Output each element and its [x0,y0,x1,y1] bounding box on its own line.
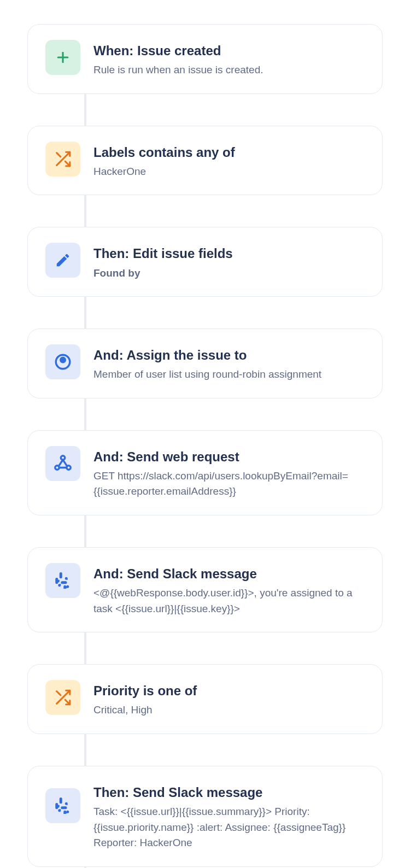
rule-step-action[interactable]: Then: Send Slack message Task: <{{issue.… [27,766,383,867]
step-title: When: Issue created [93,42,365,59]
step-title: Labels contains any of [93,144,365,161]
pencil-icon [45,243,80,278]
step-content: Labels contains any of HackerOne [93,142,365,180]
rule-step-action[interactable]: And: Send web request GET https://slack.… [27,430,383,515]
step-title: And: Send Slack message [93,565,365,582]
step-title: And: Send web request [93,448,365,465]
connector-line [84,734,86,766]
slack-icon [45,563,80,598]
webhook-icon [45,446,80,481]
step-subtitle: Critical, High [93,702,365,718]
step-title: And: Assign the issue to [93,347,365,363]
step-content: Then: Send Slack message Task: <{{issue.… [93,782,365,851]
shuffle-icon [45,142,80,177]
rule-step-condition[interactable]: Labels contains any of HackerOne [27,126,383,196]
step-title: Priority is one of [93,682,365,699]
step-content: And: Send web request GET https://slack.… [93,446,365,500]
step-subtitle: Found by [93,266,365,281]
user-icon [45,344,80,379]
step-subtitle: HackerOne [93,164,365,180]
step-content: When: Issue created Rule is run when an … [93,40,365,78]
step-subtitle: GET https://slack.com/api/users.lookupBy… [93,468,365,500]
plus-icon [45,40,80,75]
svg-point-3 [61,357,66,362]
rule-step-action[interactable]: Then: Edit issue fields Found by [27,227,383,297]
step-title: Then: Send Slack message [93,784,365,801]
step-content: Then: Edit issue fields Found by [93,243,365,281]
connector-line [84,398,86,430]
step-content: Priority is one of Critical, High [93,680,365,718]
step-content: And: Assign the issue to Member of user … [93,344,365,383]
step-subtitle: Rule is run when an issue is created. [93,62,365,78]
shuffle-icon [45,680,80,715]
connector-line [84,94,86,126]
rule-step-condition[interactable]: Priority is one of Critical, High [27,664,383,734]
rule-step-action[interactable]: And: Send Slack message <@{{webResponse.… [27,547,383,632]
rule-step-trigger[interactable]: When: Issue created Rule is run when an … [27,24,383,94]
connector-line [84,195,86,227]
step-content: And: Send Slack message <@{{webResponse.… [93,563,365,617]
slack-icon [45,788,80,823]
connector-line [84,632,86,664]
step-subtitle: Member of user list using round-robin as… [93,367,365,383]
step-title: Then: Edit issue fields [93,245,365,262]
connector-line [84,515,86,547]
connector-line [84,297,86,329]
step-subtitle: Task: <{{issue.url}}|{{issue.summary}}> … [93,804,365,851]
rule-step-action[interactable]: And: Assign the issue to Member of user … [27,329,383,398]
step-subtitle: <@{{webResponse.body.user.id}}>, you're … [93,585,365,617]
